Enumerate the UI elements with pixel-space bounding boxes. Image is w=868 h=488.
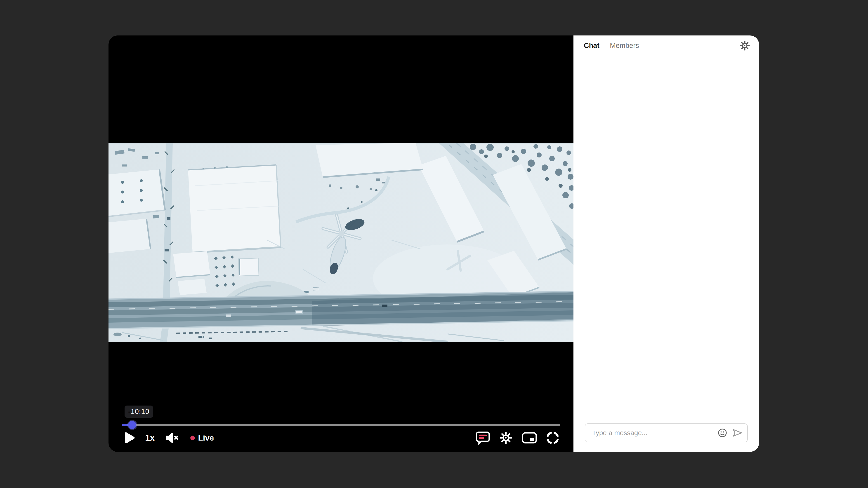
player-controls: 1x Live: [108, 427, 574, 452]
fullscreen-button[interactable]: [546, 431, 559, 444]
chat-message-list: [574, 56, 759, 423]
tab-members[interactable]: Members: [610, 41, 639, 50]
video-surface[interactable]: [108, 143, 574, 342]
picture-in-picture-icon: [522, 432, 537, 444]
watch-party-window: -10:10 1x: [108, 35, 759, 452]
controls-left-group: 1x Live: [124, 432, 214, 444]
settings-gear-icon: [499, 431, 513, 445]
video-player: -10:10 1x: [108, 35, 574, 452]
controls-right-group: [476, 431, 559, 445]
player-settings-button[interactable]: [499, 431, 513, 445]
play-icon: [124, 432, 135, 444]
live-dot-icon: [190, 435, 195, 440]
volume-muted-icon: [165, 432, 180, 444]
chat-toggle-button[interactable]: [476, 431, 490, 445]
send-icon: [732, 428, 743, 437]
message-input[interactable]: [592, 429, 717, 437]
live-label: Live: [198, 433, 214, 442]
chat-settings-gear-icon: [740, 40, 750, 51]
progress-track[interactable]: [122, 424, 560, 426]
live-indicator[interactable]: Live: [190, 433, 214, 442]
emoji-smiley-icon: [717, 428, 727, 438]
chat-bubble-icon: [476, 431, 490, 445]
message-input-box: [585, 423, 748, 442]
chat-settings-button[interactable]: [740, 40, 750, 51]
video-frame-snowy-airfield: [108, 143, 574, 342]
fullscreen-icon: [546, 431, 559, 444]
seek-time-tooltip: -10:10: [125, 405, 153, 418]
chat-panel: Chat Members: [574, 35, 759, 452]
pip-button[interactable]: [522, 432, 537, 444]
volume-button[interactable]: [165, 432, 180, 444]
tab-chat[interactable]: Chat: [584, 41, 599, 50]
app-background: -10:10 1x: [0, 0, 868, 488]
play-button[interactable]: [124, 432, 135, 444]
chat-input-row: [574, 423, 759, 452]
send-button[interactable]: [732, 428, 743, 437]
input-icons: [717, 428, 743, 438]
emoji-button[interactable]: [717, 428, 727, 438]
chat-header: Chat Members: [574, 35, 759, 56]
